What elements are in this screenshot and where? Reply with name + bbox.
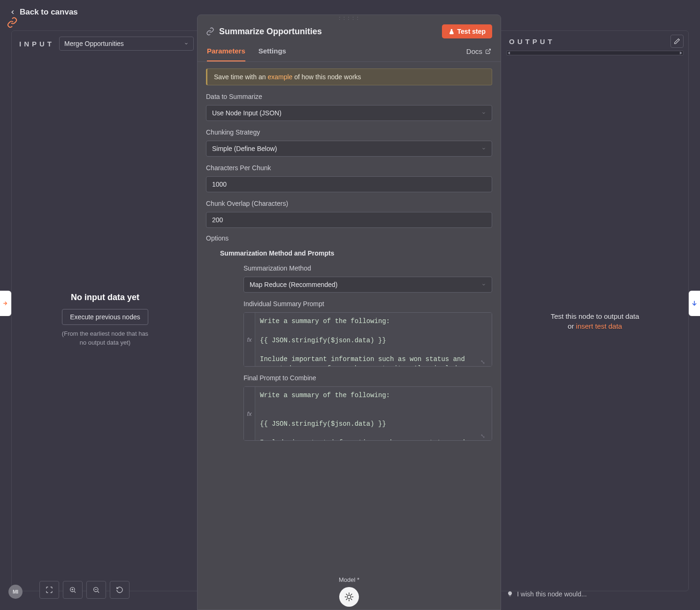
tab-parameters[interactable]: Parameters [207, 42, 245, 61]
input-title: INPUT [19, 40, 54, 48]
output-hscrollbar[interactable] [506, 51, 684, 55]
tip-post: of how this node works [292, 73, 361, 81]
dialog-header: Summarize Opportunities Test step [198, 21, 501, 42]
flask-icon [449, 29, 455, 35]
tab-settings[interactable]: Settings [259, 42, 286, 61]
docs-link[interactable]: Docs [466, 42, 491, 61]
tip-banner: Save time with an example of how this no… [206, 68, 492, 85]
chunking-strategy-select[interactable]: Simple (Define Below) [206, 141, 492, 157]
chevron-down-icon [184, 41, 189, 46]
arrow-left-icon [9, 9, 16, 15]
dialog-title: Summarize Opportunities [219, 27, 322, 37]
dialog-body: Save time with an example of how this no… [198, 62, 501, 571]
fit-view-button[interactable] [39, 581, 59, 599]
canvas-toolbar [39, 581, 129, 599]
dialog-tabs: Parameters Settings Docs [198, 42, 501, 62]
dialog-footer: Model * [198, 571, 501, 610]
options-label: Options [206, 234, 492, 242]
right-panel-handle[interactable] [689, 291, 700, 316]
arrow-in-icon [2, 300, 9, 307]
pencil-icon [674, 38, 680, 45]
individual-prompt-textarea[interactable] [255, 313, 492, 366]
output-text-line2: or insert test data [568, 322, 622, 330]
user-avatar[interactable]: MI [8, 585, 23, 599]
fx-badge[interactable]: fx [244, 313, 255, 366]
input-empty-title: No input data yet [71, 293, 139, 302]
maximize-icon [46, 586, 53, 594]
output-empty-state: Test this node to output data or insert … [506, 55, 684, 587]
zoom-out-icon [92, 586, 100, 594]
resize-handle-icon[interactable]: ⤡ [480, 359, 485, 365]
execute-previous-button[interactable]: Execute previous nodes [62, 309, 148, 325]
edit-output-button[interactable] [670, 35, 684, 48]
summarization-method-label: Summarization Method [243, 264, 492, 272]
insert-test-data-link[interactable]: insert test data [576, 322, 622, 330]
individual-prompt-wrap: fx ⤡ [243, 312, 492, 367]
data-to-summarize-value: Use Node Input (JSON) [212, 109, 282, 117]
output-title: OUTPUT [509, 38, 555, 45]
chars-per-chunk-field[interactable] [206, 176, 492, 192]
summarization-method-value: Map Reduce (Recommended) [250, 281, 338, 288]
input-empty-state: No input data yet Execute previous nodes… [58, 53, 152, 587]
zoom-out-button[interactable] [86, 581, 106, 599]
svg-point-0 [347, 595, 350, 598]
individual-prompt-label: Individual Summary Prompt [243, 300, 492, 308]
zoom-in-icon [69, 586, 76, 594]
openai-icon [344, 592, 354, 602]
model-label: Model * [339, 576, 359, 583]
output-header: OUTPUT [506, 35, 684, 48]
docs-label: Docs [466, 47, 482, 55]
input-source-select[interactable]: Merge Opportunities [59, 37, 194, 51]
chunk-overlap-label: Chunk Overlap (Characters) [206, 200, 492, 207]
undo-button[interactable] [110, 581, 129, 599]
data-to-summarize-label: Data to Summarize [206, 93, 492, 100]
input-panel: INPUT Merge Opportunities No input data … [16, 35, 194, 587]
left-panel-handle[interactable] [0, 291, 11, 316]
chunk-overlap-input[interactable] [212, 216, 486, 224]
test-step-label: Test step [457, 28, 486, 35]
back-label: Back to canvas [20, 8, 78, 17]
chunking-strategy-value: Simple (Define Below) [212, 145, 277, 152]
test-step-button[interactable]: Test step [442, 24, 492, 38]
undo-icon [116, 586, 123, 594]
drag-handle[interactable]: : : : : : [198, 15, 501, 21]
arrow-down-icon [691, 300, 698, 307]
output-panel: OUTPUT Test this node to output data or … [506, 35, 684, 587]
chain-icon [7, 17, 18, 28]
final-prompt-textarea[interactable] [255, 387, 492, 440]
output-text-line1: Test this node to output data [551, 312, 639, 320]
zoom-in-button[interactable] [63, 581, 83, 599]
chunking-strategy-label: Chunking Strategy [206, 128, 492, 136]
final-prompt-wrap: fx ⤡ [243, 386, 492, 441]
final-prompt-label: Final Prompt to Combine [243, 374, 492, 382]
model-node[interactable] [339, 587, 359, 607]
feedback-link[interactable]: I wish this node would... [507, 590, 587, 598]
input-header: INPUT Merge Opportunities [16, 35, 194, 53]
tip-example-link[interactable]: example [267, 73, 292, 81]
external-link-icon [485, 48, 491, 54]
chain-icon [206, 27, 214, 36]
chevron-down-icon [481, 146, 486, 151]
sub-section-title: Summarization Method and Prompts [220, 249, 492, 257]
input-empty-hint: (From the earliest node that has no outp… [58, 330, 152, 346]
back-to-canvas-link[interactable]: Back to canvas [9, 8, 78, 17]
node-config-dialog: : : : : : Summarize Opportunities Test s… [197, 15, 501, 610]
feedback-text: I wish this node would... [517, 590, 587, 598]
output-or: or [568, 322, 576, 330]
tip-pre: Save time with an [214, 73, 267, 81]
chunk-overlap-field[interactable] [206, 212, 492, 228]
fx-badge[interactable]: fx [244, 387, 255, 440]
chevron-down-icon [481, 111, 486, 115]
resize-handle-icon[interactable]: ⤡ [480, 433, 485, 439]
chars-per-chunk-label: Characters Per Chunk [206, 164, 492, 172]
input-source-value: Merge Opportunities [64, 40, 124, 47]
summarization-method-select[interactable]: Map Reduce (Recommended) [243, 277, 492, 293]
data-to-summarize-select[interactable]: Use Node Input (JSON) [206, 105, 492, 121]
chars-per-chunk-input[interactable] [212, 181, 486, 188]
chevron-down-icon [481, 282, 486, 287]
lightbulb-icon [507, 591, 513, 597]
